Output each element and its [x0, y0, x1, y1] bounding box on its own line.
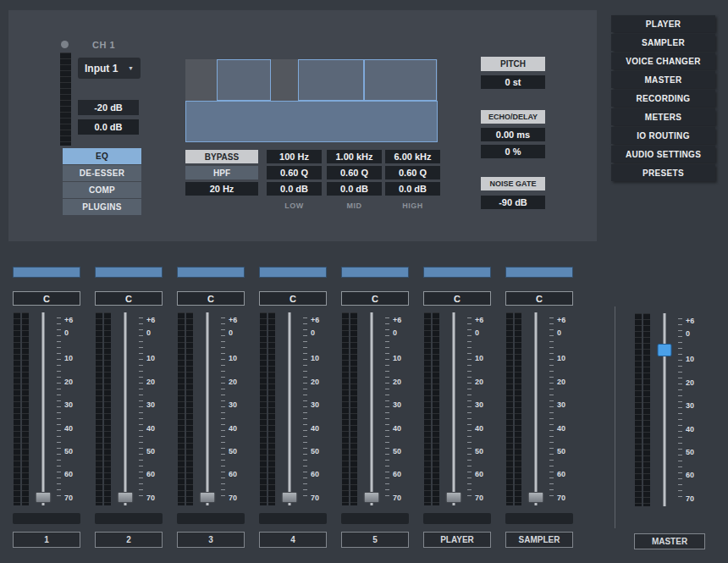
noise-gate-button[interactable]: NOISE GATE: [481, 177, 545, 190]
pan-slider[interactable]: [177, 267, 245, 278]
channel-select-button[interactable]: 1: [13, 532, 80, 548]
eq-curve-display[interactable]: [185, 59, 438, 142]
eq-low-q[interactable]: 0.60 Q: [267, 166, 322, 179]
input-gain-button[interactable]: -20 dB: [78, 100, 139, 115]
pan-slider[interactable]: [95, 267, 163, 278]
pan-slider[interactable]: [341, 267, 409, 278]
fader-handle[interactable]: [364, 492, 380, 503]
pan-slider[interactable]: [259, 267, 327, 278]
eq-gain-band[interactable]: [185, 101, 438, 142]
fader-handle[interactable]: [528, 492, 544, 503]
sidebar-item-io-routing[interactable]: IO ROUTING: [611, 127, 715, 144]
echo-time-value[interactable]: 0.00 ms: [481, 128, 545, 141]
scale-label: 60: [64, 470, 73, 478]
scale-label: 10: [393, 354, 401, 362]
scale-label: 0: [393, 328, 397, 337]
eq-band-region-low[interactable]: [217, 59, 271, 101]
eq-low-freq[interactable]: 100 Hz: [267, 150, 322, 163]
pan-center-button[interactable]: C: [423, 291, 491, 306]
fader-handle[interactable]: [118, 492, 134, 503]
pan-center-button[interactable]: C: [177, 291, 245, 306]
tab-eq[interactable]: EQ: [63, 148, 141, 164]
channel-select-button[interactable]: PLAYER: [423, 532, 491, 548]
master-fader-handle[interactable]: [658, 344, 672, 356]
fader-track[interactable]: [371, 312, 373, 505]
sidebar-item-sampler[interactable]: SAMPLER: [611, 34, 715, 51]
volume-fader[interactable]: [30, 312, 56, 505]
scale-label: 40: [311, 424, 319, 433]
channel-select-button[interactable]: SAMPLER: [505, 532, 573, 548]
sidebar-item-voice-changer[interactable]: VOICE CHANGER: [611, 52, 715, 69]
tab-plugins[interactable]: PLUGINS: [63, 199, 141, 215]
channel-select-button[interactable]: 3: [177, 532, 245, 548]
eq-band-region-high[interactable]: [364, 59, 437, 101]
volume-fader[interactable]: [277, 312, 302, 505]
volume-fader[interactable]: [523, 312, 549, 505]
eq-high-gain[interactable]: 0.0 dB: [385, 182, 440, 196]
channel-select-button[interactable]: 4: [259, 532, 327, 548]
fader-track[interactable]: [289, 312, 291, 505]
pan-center-button[interactable]: C: [95, 291, 163, 306]
pan-center-button[interactable]: C: [13, 291, 80, 306]
eq-high-q[interactable]: 0.60 Q: [385, 166, 440, 179]
fader-section: +6 0 10 20 30 40 50 60 70: [91, 312, 167, 505]
sidebar-item-master[interactable]: MASTER: [611, 71, 715, 88]
eq-band-region-mid[interactable]: [298, 59, 364, 101]
fader-handle[interactable]: [36, 492, 52, 503]
pitch-button[interactable]: PITCH: [481, 57, 545, 71]
pan-slider[interactable]: [13, 267, 80, 278]
sidebar-item-player[interactable]: PLAYER: [611, 15, 715, 32]
channel-select-button[interactable]: 5: [341, 532, 409, 548]
fader-handle[interactable]: [200, 492, 216, 503]
eq-mid-freq[interactable]: 1.00 kHz: [327, 150, 382, 163]
volume-fader[interactable]: [441, 312, 466, 505]
input-source-dropdown[interactable]: Input 1 ▼: [78, 58, 141, 79]
fader-track[interactable]: [453, 312, 455, 505]
sidebar-item-meters[interactable]: METERS: [611, 108, 715, 125]
volume-fader[interactable]: [359, 312, 384, 505]
eq-mid-q[interactable]: 0.60 Q: [327, 166, 382, 179]
scale-label: 70: [64, 494, 73, 502]
channel-gain-value[interactable]: 0.0 dB: [78, 119, 139, 135]
master-fader-section: +6 0 10 20 30 40 50 60 70: [630, 313, 709, 506]
volume-fader[interactable]: [113, 312, 138, 505]
tab-comp[interactable]: COMP: [63, 182, 141, 198]
pitch-value[interactable]: 0 st: [481, 75, 545, 89]
sidebar-item-audio-settings[interactable]: AUDIO SETTINGS: [611, 146, 715, 163]
sidebar-item-recording[interactable]: RECORDING: [611, 90, 715, 107]
pan-center-button[interactable]: C: [341, 291, 409, 306]
level-meter-right: [350, 312, 357, 505]
master-select-button[interactable]: MASTER: [634, 533, 705, 549]
volume-fader[interactable]: [195, 312, 220, 505]
scale-label: 40: [64, 424, 73, 433]
eq-low-gain[interactable]: 0.0 dB: [267, 182, 322, 196]
pan-slider[interactable]: [423, 267, 491, 278]
fader-handle[interactable]: [446, 492, 462, 503]
channel-select-button[interactable]: 2: [95, 532, 163, 548]
fader-track[interactable]: [42, 312, 45, 505]
hpf-frequency-value[interactable]: 20 Hz: [185, 182, 258, 196]
scale-label: 50: [311, 447, 319, 455]
tab-de-esser[interactable]: DE-ESSER: [63, 165, 141, 181]
sidebar-item-presets[interactable]: PRESETS: [611, 164, 715, 181]
fader-track[interactable]: [535, 312, 538, 505]
eq-mid-gain[interactable]: 0.0 dB: [327, 182, 382, 196]
fader-handle[interactable]: [282, 492, 298, 503]
eq-bypass-button[interactable]: BYPASS: [185, 150, 258, 163]
eq-high-freq[interactable]: 6.00 kHz: [385, 150, 440, 163]
pan-center-button[interactable]: C: [259, 291, 327, 306]
pan-slider[interactable]: [505, 267, 573, 278]
hpf-button[interactable]: HPF: [185, 166, 258, 179]
master-volume-fader[interactable]: [652, 313, 677, 506]
channel-strip: C +6 0 10 20 30 40 50 60 70 PLAYER: [419, 267, 495, 548]
echo-delay-button[interactable]: ECHO/DELAY: [481, 110, 545, 124]
pan-center-button[interactable]: C: [505, 291, 573, 306]
fader-track[interactable]: [124, 312, 127, 505]
noise-gate-value[interactable]: -90 dB: [481, 196, 545, 209]
master-fader-track[interactable]: [664, 313, 666, 506]
scale-label: 40: [229, 424, 237, 433]
scale-label: +6: [311, 316, 319, 324]
echo-feedback-value[interactable]: 0 %: [481, 145, 545, 158]
fader-track[interactable]: [207, 312, 209, 505]
fader-scale: +6 0 10 20 30 40 50 60 70: [220, 312, 249, 505]
